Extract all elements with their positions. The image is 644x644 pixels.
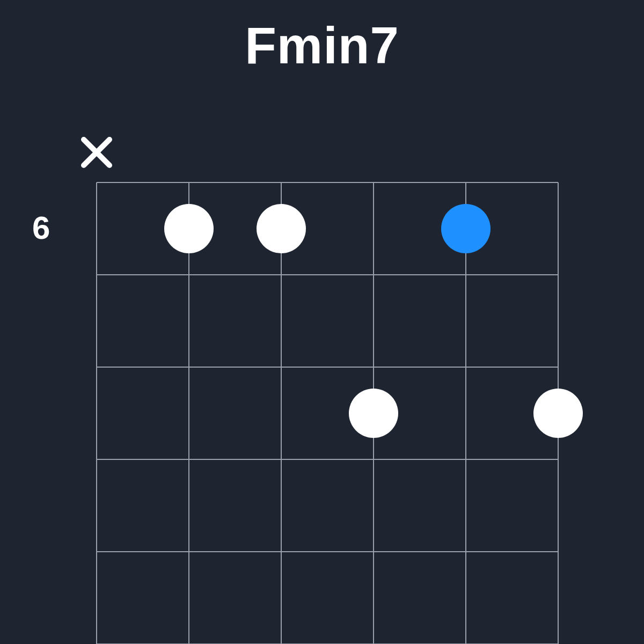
mute-x-icon [84,140,109,165]
finger-dot [257,204,306,253]
finger-dot [533,389,583,438]
finger-dot [349,389,398,438]
start-fret-label: 6 [32,209,50,246]
finger-dot [164,204,214,253]
root-dot [441,204,491,253]
fretboard-grid [0,0,644,644]
chord-diagram: Fmin7 6 [0,0,644,644]
